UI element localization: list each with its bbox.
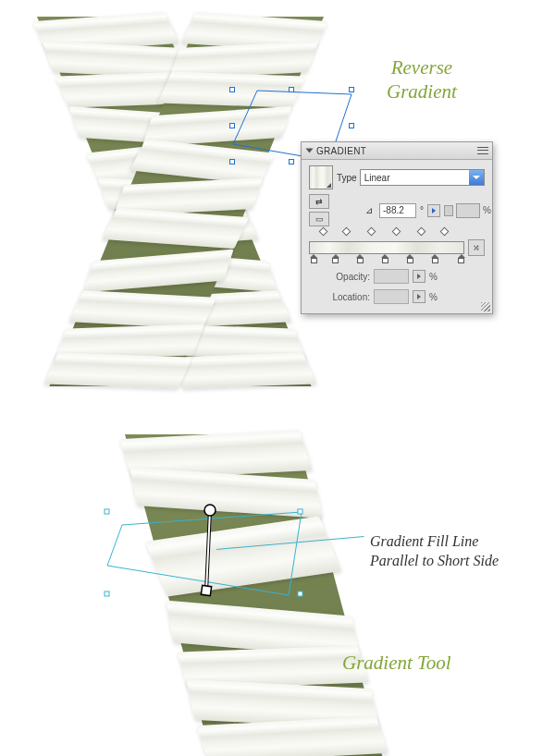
type-label: Type [337,173,357,183]
annotation-gradient-tool: Gradient Tool [342,651,451,675]
location-label: Location: [326,292,370,302]
svg-rect-4 [105,591,109,596]
opacity-input[interactable] [374,269,409,284]
svg-rect-5 [298,591,302,596]
gradient-type-dropdown[interactable]: Linear [360,169,485,186]
opacity-stepper[interactable] [413,270,426,283]
callout-line2: Parallel to Short Side [370,553,499,568]
gradient-start-handle [204,505,216,516]
gradient-stop[interactable] [430,254,439,263]
percent-symbol: % [483,205,491,215]
gradient-stop[interactable] [331,254,340,263]
gradient-midpoint[interactable] [416,227,426,237]
selection-handle[interactable] [229,159,235,165]
callout-text: Gradient Fill Line Parallel to Short Sid… [370,532,499,571]
gradient-stop[interactable] [309,254,318,263]
gradient-midpoint[interactable] [342,227,352,237]
gradient-stop[interactable] [405,254,414,263]
percent-symbol: % [429,292,438,302]
selection-handle[interactable] [349,87,354,92]
collapse-toggle-icon[interactable] [306,149,314,153]
aspect-ratio-icon [444,205,453,216]
gradient-stop[interactable] [457,254,466,263]
annotation-reverse-gradient: Reverse Gradient [387,55,457,104]
dropdown-value: Linear [364,173,390,183]
annotation-text: Reverse [391,56,452,79]
reverse-gradient-button[interactable]: ⇄ [309,194,329,209]
gradient-midpoint[interactable] [439,227,449,237]
stroke-gradient-button[interactable]: ▭ [309,212,329,226]
location-input[interactable] [374,289,409,304]
gradient-ramp[interactable]: ⤮ [309,232,485,263]
annotation-text: Gradient Tool [342,652,451,674]
gradient-panel: GRADIENT Type Linear ⇄ ▭ ⊿ [301,141,493,314]
selection-handle[interactable] [289,159,294,165]
panel-title-text: GRADIENT [316,146,366,156]
aspect-ratio-input[interactable] [456,203,480,218]
mummy-v-letter [28,17,333,396]
panel-titlebar[interactable]: GRADIENT [302,142,492,160]
angle-input[interactable]: -88.2 [379,203,416,218]
annotation-text: Gradient [387,80,457,103]
gradient-end-handle [201,585,211,595]
chevron-down-icon[interactable] [469,170,484,185]
gradient-midpoint[interactable] [318,227,327,237]
callout-line1: Gradient Fill Line [370,533,478,549]
selection-handle[interactable] [289,87,294,92]
delete-stop-button[interactable]: ⤮ [468,239,485,256]
gradient-preview-swatch[interactable] [309,165,333,189]
selection-handle[interactable] [229,87,235,92]
percent-symbol: % [429,272,438,282]
gradient-midpoint[interactable] [391,227,401,237]
angle-icon: ⊿ [363,205,376,215]
gradient-stop[interactable] [380,254,389,263]
selection-handle[interactable] [229,123,235,128]
svg-rect-2 [105,509,109,514]
opacity-label: Opacity: [326,272,370,282]
panel-resize-handle[interactable] [481,302,490,311]
degree-symbol: ° [420,205,424,215]
location-stepper[interactable] [413,290,426,303]
svg-rect-3 [298,509,302,514]
gradient-annotator[interactable] [196,503,224,603]
gradient-stop[interactable] [355,254,364,263]
selection-handle[interactable] [349,123,354,128]
gradient-midpoint[interactable] [366,227,376,237]
panel-menu-icon[interactable] [477,146,488,155]
angle-stepper[interactable] [427,204,440,217]
